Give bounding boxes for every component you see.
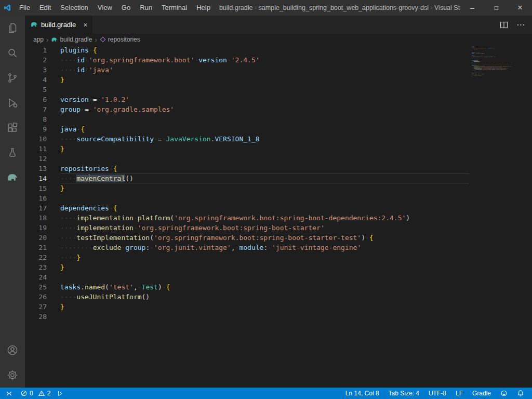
menu-selection[interactable]: Selection [56,0,92,16]
code-line[interactable]: dependencies·{ [60,203,469,213]
line-number[interactable]: 5 [25,85,60,95]
code-line[interactable]: ····} [60,252,469,262]
tab-close-icon[interactable]: × [83,21,87,29]
line-number[interactable]: 16 [25,193,60,203]
code-line[interactable]: tasks.named('test',·Test)·{ [60,282,469,292]
code-line[interactable] [60,312,469,322]
code-line[interactable]: ····useJUnitPlatform() [60,292,469,302]
maximize-button[interactable]: □ [484,0,508,16]
code-line[interactable]: } [60,144,469,154]
line-number[interactable]: 25 [25,282,60,292]
vertical-scrollbar[interactable] [525,45,532,388]
line-number[interactable]: 2 [25,55,60,65]
code-line[interactable] [60,193,469,203]
code-line[interactable]: ····implementation·'org.springframework.… [60,223,469,233]
language-mode-status[interactable]: Gradle [469,388,495,399]
more-actions-icon[interactable]: ⋯ [516,21,525,29]
run-and-debug-icon[interactable] [0,90,25,115]
line-number[interactable]: 17 [25,203,60,213]
code-token: } [60,76,64,84]
line-number[interactable]: 26 [25,292,60,302]
remote-indicator[interactable] [0,388,17,399]
menu-terminal[interactable]: Terminal [157,0,192,16]
minimap[interactable]: plugins·{····id·'org.springframework.boo… [469,45,525,388]
line-number[interactable]: 7 [25,104,60,114]
code-content[interactable]: plugins·{····id·'org.springframework.boo… [60,45,469,388]
code-line[interactable]: ····id·'java' [60,65,469,75]
line-number[interactable]: 10 [25,134,60,144]
code-line[interactable]: group·=·'org.gradle.samples' [60,104,469,114]
line-number[interactable]: 28 [25,312,60,322]
code-line[interactable]: ····testImplementation('org.springframew… [60,233,469,243]
code-line[interactable]: ····mavenCentral() [60,174,469,183]
line-number[interactable]: 22 [25,252,60,262]
line-number[interactable]: 1 [25,45,60,55]
explorer-icon[interactable] [0,16,25,41]
notifications-bell-icon[interactable] [513,388,528,399]
line-number[interactable]: 15 [25,183,60,193]
accounts-icon[interactable] [0,338,25,363]
line-number[interactable]: 20 [25,233,60,243]
feedback-icon[interactable] [497,388,511,399]
problems-indicator[interactable]: 0 2 [17,388,54,399]
breadcrumb-symbol[interactable]: repositories [100,36,140,43]
run-task-icon[interactable] [54,388,66,399]
gradle-icon[interactable] [0,165,25,190]
line-number[interactable]: 21 [25,243,60,252]
menu-view[interactable]: View [93,0,117,16]
menu-edit[interactable]: Edit [35,0,56,16]
line-number[interactable]: 11 [25,144,60,154]
breadcrumb-file[interactable]: build.gradle [51,36,92,43]
whitespace-dots: ···· [60,66,76,74]
source-control-icon[interactable] [0,65,25,90]
line-number[interactable]: 24 [25,272,60,282]
code-line[interactable] [60,272,469,282]
line-number[interactable]: 19 [25,223,60,233]
testing-icon[interactable] [0,140,25,165]
code-line[interactable] [60,154,469,164]
close-window-button[interactable]: × [508,0,532,16]
encoding-status[interactable]: UTF-8 [425,388,450,399]
code-line[interactable]: } [60,75,469,85]
code-line[interactable]: ····id·'org.springframework.boot'·versio… [60,55,469,65]
split-editor-icon[interactable] [500,21,508,29]
tab-size-status[interactable]: Tab Size: 4 [385,388,423,399]
tab-build-gradle[interactable]: build.gradle × [25,16,92,34]
extensions-icon[interactable] [0,115,25,140]
code-token: = [85,105,89,113]
line-number[interactable]: 9 [25,124,60,134]
code-line[interactable]: } [60,262,469,272]
code-line[interactable]: ····implementation·platform('org.springf… [60,213,469,223]
code-line[interactable]: repositories·{ [60,164,469,174]
minimize-button[interactable]: – [460,0,484,16]
line-number[interactable]: 18 [25,213,60,223]
line-number[interactable]: 13 [25,164,60,174]
code-line[interactable]: ········exclude·group:·'org.junit.vintag… [60,243,469,252]
code-line[interactable]: } [60,302,469,312]
menu-go[interactable]: Go [117,0,135,16]
line-number[interactable]: 14 [25,174,60,183]
line-number[interactable]: 4 [25,75,60,85]
code-line[interactable] [60,114,469,124]
code-line[interactable]: } [60,183,469,193]
settings-gear-icon[interactable] [0,363,25,388]
code-line[interactable]: ····sourceCompatibility·=·JavaVersion.VE… [60,134,469,144]
line-number[interactable]: 3 [25,65,60,75]
line-number[interactable]: 23 [25,262,60,272]
breadcrumb-app[interactable]: app [33,36,44,43]
menu-file[interactable]: File [15,0,35,16]
code-line[interactable]: java·{ [60,124,469,134]
line-number[interactable]: 8 [25,114,60,124]
code-line[interactable] [60,85,469,95]
search-icon[interactable] [0,41,25,65]
menu-help[interactable]: Help [192,0,215,16]
menu-run[interactable]: Run [135,0,157,16]
code-line[interactable]: version·=·'1.0.2' [60,95,469,104]
line-number[interactable]: 6 [25,95,60,104]
cursor-position-status[interactable]: Ln 14, Col 8 [342,388,383,399]
eol-status[interactable]: LF [452,388,467,399]
minimap-line [472,77,525,78]
line-number[interactable]: 27 [25,302,60,312]
code-line[interactable]: plugins·{ [60,45,469,55]
line-number[interactable]: 12 [25,154,60,164]
